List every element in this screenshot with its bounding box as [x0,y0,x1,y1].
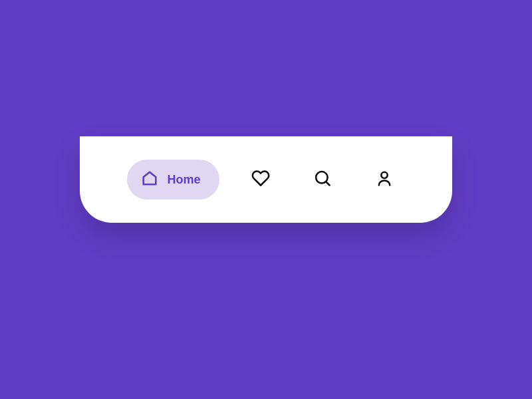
nav-item-profile[interactable] [364,160,404,200]
nav-item-favorites[interactable] [241,160,281,200]
heart-icon [251,169,270,190]
user-icon [375,169,394,190]
svg-point-2 [382,172,388,178]
nav-item-search[interactable] [303,160,342,200]
nav-item-home[interactable]: Home [127,160,219,200]
svg-line-1 [327,182,330,185]
bottom-nav: Home [80,136,452,223]
search-icon [313,169,332,190]
home-icon [140,169,159,190]
nav-item-label: Home [167,173,200,187]
